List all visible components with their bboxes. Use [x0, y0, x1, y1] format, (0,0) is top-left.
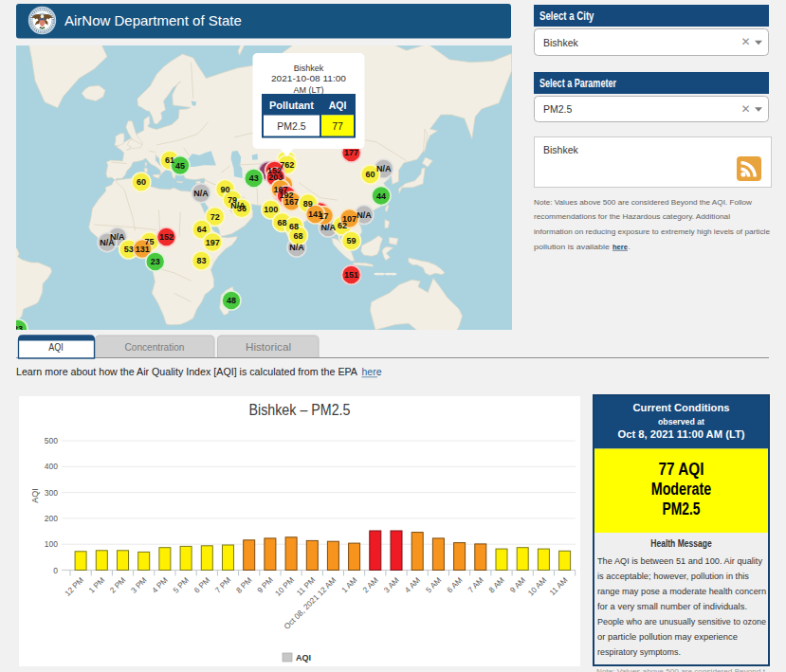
svg-text:45: 45: [175, 161, 185, 171]
svg-text:60: 60: [366, 170, 375, 179]
svg-text:0: 0: [53, 566, 58, 575]
svg-text:Select a City: Select a City: [539, 9, 594, 23]
svg-text:72: 72: [210, 212, 220, 222]
svg-text:PM2.5: PM2.5: [663, 499, 701, 518]
svg-text:information on reducing exposu: information on reducing exposure to extr…: [534, 227, 771, 236]
svg-text:53: 53: [124, 245, 134, 254]
svg-text:90: 90: [220, 185, 229, 194]
svg-text:for a very small number of ind: for a very small number of individuals.: [597, 602, 747, 611]
svg-text:23: 23: [151, 257, 160, 266]
svg-text:N/A: N/A: [376, 164, 392, 173]
svg-text:83: 83: [196, 256, 206, 265]
svg-text:AQI: AQI: [296, 653, 311, 663]
svg-text:.: .: [378, 366, 381, 377]
svg-text:177: 177: [344, 148, 358, 157]
svg-text:AQI: AQI: [329, 100, 347, 111]
svg-text:AQI: AQI: [48, 341, 64, 353]
svg-text:✕: ✕: [740, 35, 750, 48]
svg-text:PM2.5: PM2.5: [277, 120, 306, 132]
svg-text:60: 60: [137, 177, 146, 187]
svg-text:77 AQI: 77 AQI: [659, 460, 704, 479]
svg-text:Pollutant: Pollutant: [269, 100, 315, 111]
svg-text:131: 131: [136, 245, 150, 254]
svg-text:48: 48: [227, 296, 236, 305]
svg-text:151: 151: [344, 270, 358, 280]
svg-text:observed at: observed at: [658, 416, 705, 427]
svg-text:100: 100: [264, 205, 278, 214]
svg-text:762: 762: [280, 160, 294, 170]
svg-text:Health Message: Health Message: [650, 538, 712, 549]
svg-text:✕: ✕: [740, 102, 750, 116]
svg-text:N/A: N/A: [100, 238, 115, 247]
svg-text:Current Conditions: Current Conditions: [633, 402, 730, 413]
svg-text:Note: Values above 500 are con: Note: Values above 500 are considered Be…: [596, 667, 766, 672]
svg-text:.: .: [629, 243, 631, 251]
svg-text:Bishkek: Bishkek: [543, 144, 579, 155]
svg-text:400: 400: [45, 462, 58, 471]
svg-text:N/A: N/A: [320, 223, 336, 232]
svg-text:200: 200: [45, 514, 58, 523]
svg-text:Bishkek: Bishkek: [543, 37, 579, 48]
svg-text:197: 197: [206, 238, 220, 247]
svg-text:100: 100: [45, 539, 58, 549]
svg-text:Learn more about how the Air Q: Learn more about how the Air Quality Ind…: [16, 366, 357, 377]
svg-text:pollution is available: pollution is available: [534, 243, 611, 251]
svg-text:77: 77: [332, 120, 343, 132]
svg-text:Moderate: Moderate: [651, 480, 712, 499]
svg-text:Select a Parameter: Select a Parameter: [539, 77, 616, 90]
svg-text:Note: Values above 500 are con: Note: Values above 500 are considered Be…: [534, 198, 752, 207]
svg-text:43: 43: [249, 173, 259, 183]
svg-text:Bishkek – PM2.5: Bishkek – PM2.5: [249, 401, 351, 419]
svg-text:AM (LT): AM (LT): [294, 85, 324, 95]
svg-text:203: 203: [268, 173, 283, 182]
svg-text:N/A: N/A: [289, 243, 304, 252]
svg-text:2021-10-08 11:00: 2021-10-08 11:00: [271, 74, 346, 83]
svg-text:AQI: AQI: [30, 488, 40, 503]
svg-text:167: 167: [284, 197, 299, 207]
svg-text:The AQI is between 51 and 100.: The AQI is between 51 and 100. Air quali…: [597, 556, 763, 566]
svg-text:141: 141: [308, 209, 322, 219]
svg-text:recommendations for the Hazard: recommendations for the Hazardous catego…: [534, 212, 730, 221]
svg-text:44: 44: [376, 191, 386, 201]
svg-text:300: 300: [45, 488, 58, 498]
svg-text:range may pose a moderate heal: range may pose a moderate health concern: [597, 587, 766, 596]
svg-text:AirNow Department of State: AirNow Department of State: [64, 12, 242, 28]
svg-text:N/A: N/A: [356, 210, 372, 220]
svg-text:or particle pollution may expe: or particle pollution may experience: [597, 632, 738, 642]
svg-text:64: 64: [197, 225, 207, 234]
svg-text:Historical: Historical: [246, 341, 291, 353]
svg-text:152: 152: [159, 232, 174, 242]
svg-text:500: 500: [45, 436, 58, 445]
svg-text:36: 36: [237, 204, 247, 213]
svg-text:68: 68: [278, 218, 287, 227]
svg-text:107: 107: [342, 214, 356, 224]
svg-text:61: 61: [165, 155, 174, 165]
svg-text:59: 59: [346, 236, 356, 245]
svg-text:68: 68: [289, 222, 299, 231]
svg-text:Bishkek: Bishkek: [294, 64, 324, 73]
svg-text:79: 79: [228, 195, 237, 205]
svg-text:People who are unusually sensi: People who are unusually sensitive to oz…: [597, 617, 766, 627]
svg-text:PM2.5: PM2.5: [543, 103, 573, 115]
svg-text:is acceptable; however, pollut: is acceptable; however, pollution in thi…: [597, 572, 750, 581]
svg-text:89: 89: [303, 199, 313, 209]
svg-text:68: 68: [293, 231, 302, 241]
svg-text:N/A: N/A: [193, 189, 209, 198]
svg-text:respiratory symptoms.: respiratory symptoms.: [597, 647, 681, 657]
svg-text:Concentration: Concentration: [125, 341, 185, 353]
svg-text:here: here: [612, 243, 629, 251]
svg-text:Oct 8, 2021 11:00 AM (LT): Oct 8, 2021 11:00 AM (LT): [618, 428, 745, 440]
